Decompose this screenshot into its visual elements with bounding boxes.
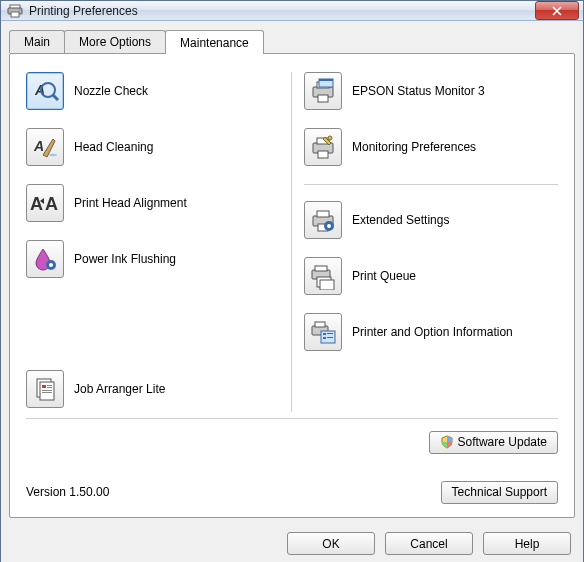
head-cleaning-label: Head Cleaning (74, 140, 153, 154)
svg-point-8 (49, 154, 57, 156)
job-arranger-lite-item: Job Arranger Lite (26, 370, 285, 408)
help-button[interactable]: Help (483, 532, 571, 555)
shield-icon (440, 435, 454, 449)
droplet-gear-icon (31, 245, 59, 273)
close-button[interactable] (535, 1, 579, 20)
head-cleaning-item: A Head Cleaning (26, 128, 285, 166)
cancel-button[interactable]: Cancel (385, 532, 473, 555)
svg-rect-24 (319, 79, 333, 81)
right-column: EPSON Status Monitor 3 M (292, 72, 558, 412)
print-queue-label: Print Queue (352, 269, 416, 283)
version-row: Version 1.50.00 Technical Support (26, 479, 558, 505)
svg-rect-44 (327, 337, 333, 338)
divider-right (304, 184, 558, 185)
extended-settings-button[interactable] (304, 201, 342, 239)
nozzle-check-button[interactable]: A (26, 72, 64, 110)
svg-rect-22 (318, 95, 328, 102)
svg-rect-42 (327, 333, 333, 334)
svg-text:A: A (30, 194, 43, 214)
epson-status-monitor-button[interactable] (304, 72, 342, 110)
documents-icon (31, 375, 59, 403)
magnifier-a-icon: A (31, 77, 59, 105)
software-update-label: Software Update (458, 435, 547, 449)
nozzle-check-item: A Nozzle Check (26, 72, 285, 110)
svg-rect-17 (47, 387, 52, 388)
printer-stack-icon (309, 262, 337, 290)
titlebar: Printing Preferences (1, 1, 583, 21)
feather-a-icon: A (31, 133, 59, 161)
svg-text:A: A (33, 138, 44, 154)
extended-settings-label: Extended Settings (352, 213, 449, 227)
printer-option-info-label: Printer and Option Information (352, 325, 513, 339)
printer-gear-icon (309, 206, 337, 234)
svg-rect-16 (47, 385, 52, 386)
left-column: A Nozzle Check A (26, 72, 292, 412)
printer-list-icon (309, 318, 337, 346)
printer-option-info-button[interactable] (304, 313, 342, 351)
ok-label: OK (322, 537, 339, 551)
svg-rect-2 (11, 12, 19, 17)
print-queue-button[interactable] (304, 257, 342, 295)
nozzle-check-label: Nozzle Check (74, 84, 148, 98)
svg-line-6 (53, 95, 58, 100)
job-arranger-lite-button[interactable] (26, 370, 64, 408)
printer-icon (7, 3, 23, 19)
svg-rect-43 (323, 337, 326, 339)
epson-status-monitor-label: EPSON Status Monitor 3 (352, 84, 485, 98)
head-cleaning-button[interactable]: A (26, 128, 64, 166)
divider-bottom (26, 418, 558, 419)
svg-rect-27 (318, 151, 328, 158)
technical-support-button[interactable]: Technical Support (441, 481, 558, 504)
print-head-alignment-item: A A Print Head Alignment (26, 184, 285, 222)
aa-icon: A A (30, 190, 60, 216)
software-update-button[interactable]: Software Update (429, 431, 558, 454)
client-area: Main More Options Maintenance A (1, 21, 583, 562)
power-ink-flushing-button[interactable] (26, 240, 64, 278)
svg-rect-30 (317, 211, 329, 217)
printer-option-info-item: Printer and Option Information (304, 313, 558, 351)
dialog-footer: OK Cancel Help (1, 526, 583, 562)
svg-point-33 (327, 224, 331, 228)
maintenance-panel: A Nozzle Check A (9, 53, 575, 518)
epson-status-monitor-item: EPSON Status Monitor 3 (304, 72, 558, 110)
printer-window-icon (309, 77, 337, 105)
help-label: Help (515, 537, 540, 551)
svg-point-28 (328, 136, 332, 140)
technical-support-label: Technical Support (452, 485, 547, 499)
tab-more-options[interactable]: More Options (64, 30, 166, 53)
svg-rect-18 (42, 390, 52, 391)
svg-rect-15 (42, 385, 46, 388)
monitoring-preferences-label: Monitoring Preferences (352, 140, 476, 154)
power-ink-flushing-label: Power Ink Flushing (74, 252, 176, 266)
software-update-row: Software Update (26, 429, 558, 455)
svg-text:A: A (45, 194, 58, 214)
svg-rect-35 (315, 266, 327, 271)
printing-preferences-window: Printing Preferences Main More Options M… (0, 0, 584, 562)
print-head-alignment-button[interactable]: A A (26, 184, 64, 222)
printer-wrench-icon (309, 133, 337, 161)
svg-point-3 (19, 9, 21, 11)
version-label: Version 1.50.00 (26, 485, 109, 499)
svg-rect-39 (315, 322, 325, 327)
job-arranger-lite-label: Job Arranger Lite (74, 382, 165, 396)
svg-rect-19 (42, 392, 52, 393)
print-head-alignment-label: Print Head Alignment (74, 196, 187, 210)
ok-button[interactable]: OK (287, 532, 375, 555)
monitoring-preferences-item: Monitoring Preferences (304, 128, 558, 166)
svg-rect-37 (320, 280, 334, 290)
window-title: Printing Preferences (29, 4, 535, 18)
tab-maintenance[interactable]: Maintenance (165, 30, 264, 54)
monitoring-preferences-button[interactable] (304, 128, 342, 166)
tab-main[interactable]: Main (9, 30, 65, 53)
print-queue-item: Print Queue (304, 257, 558, 295)
svg-point-12 (49, 263, 53, 267)
cancel-label: Cancel (410, 537, 447, 551)
extended-settings-item: Extended Settings (304, 201, 558, 239)
svg-rect-41 (323, 333, 326, 335)
tabstrip: Main More Options Maintenance (1, 21, 583, 53)
power-ink-flushing-item: Power Ink Flushing (26, 240, 285, 278)
